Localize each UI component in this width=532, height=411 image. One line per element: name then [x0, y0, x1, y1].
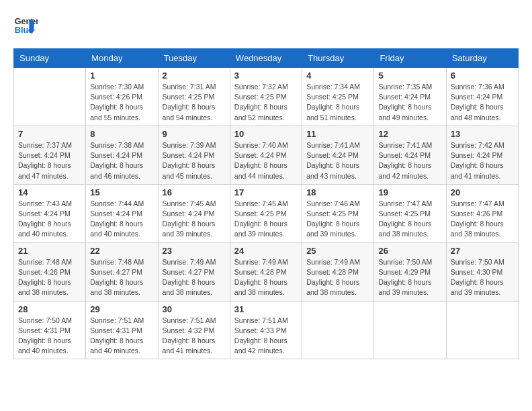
day-info: Sunrise: 7:50 AMSunset: 4:31 PMDaylight:… — [18, 316, 81, 357]
day-of-week-header: Saturday — [446, 49, 518, 68]
day-info: Sunrise: 7:42 AMSunset: 4:24 PMDaylight:… — [451, 140, 514, 181]
calendar-day-cell: 30Sunrise: 7:51 AMSunset: 4:32 PMDayligh… — [158, 301, 230, 359]
calendar-day-cell: 13Sunrise: 7:42 AMSunset: 4:24 PMDayligh… — [446, 126, 518, 184]
calendar-day-cell — [374, 301, 446, 359]
day-of-week-header: Wednesday — [230, 49, 302, 68]
day-info: Sunrise: 7:48 AMSunset: 4:27 PMDaylight:… — [90, 257, 153, 298]
day-number: 30 — [163, 304, 226, 314]
calendar-day-cell: 22Sunrise: 7:48 AMSunset: 4:27 PMDayligh… — [86, 242, 158, 301]
calendar-week-row: 7Sunrise: 7:37 AMSunset: 4:24 PMDaylight… — [14, 126, 519, 184]
logo: General Blue — [13, 13, 38, 38]
day-number: 15 — [90, 187, 153, 197]
day-info: Sunrise: 7:47 AMSunset: 4:25 PMDaylight:… — [378, 199, 441, 240]
day-info: Sunrise: 7:51 AMSunset: 4:31 PMDaylight:… — [90, 316, 153, 357]
calendar-day-cell: 20Sunrise: 7:47 AMSunset: 4:26 PMDayligh… — [446, 184, 518, 242]
calendar-week-row: 14Sunrise: 7:43 AMSunset: 4:24 PMDayligh… — [14, 184, 519, 242]
day-number: 21 — [18, 246, 81, 256]
day-info: Sunrise: 7:41 AMSunset: 4:24 PMDaylight:… — [378, 140, 441, 181]
calendar-day-cell: 11Sunrise: 7:41 AMSunset: 4:24 PMDayligh… — [302, 126, 374, 184]
day-number: 18 — [306, 187, 369, 197]
day-number: 4 — [306, 71, 369, 81]
day-info: Sunrise: 7:36 AMSunset: 4:24 PMDaylight:… — [451, 82, 514, 123]
day-number: 23 — [163, 246, 226, 256]
calendar-day-cell: 25Sunrise: 7:49 AMSunset: 4:28 PMDayligh… — [302, 242, 374, 301]
calendar-day-cell: 23Sunrise: 7:49 AMSunset: 4:27 PMDayligh… — [158, 242, 230, 301]
calendar-day-cell: 12Sunrise: 7:41 AMSunset: 4:24 PMDayligh… — [374, 126, 446, 184]
calendar-day-cell: 17Sunrise: 7:45 AMSunset: 4:25 PMDayligh… — [230, 184, 302, 242]
day-info: Sunrise: 7:38 AMSunset: 4:24 PMDaylight:… — [90, 140, 153, 181]
calendar-day-cell: 1Sunrise: 7:30 AMSunset: 4:26 PMDaylight… — [86, 68, 158, 126]
day-info: Sunrise: 7:32 AMSunset: 4:25 PMDaylight:… — [234, 82, 298, 123]
day-info: Sunrise: 7:50 AMSunset: 4:30 PMDaylight:… — [451, 257, 514, 298]
calendar-day-cell — [302, 301, 374, 359]
day-number: 28 — [18, 304, 81, 314]
day-info: Sunrise: 7:43 AMSunset: 4:24 PMDaylight:… — [18, 199, 81, 240]
day-info: Sunrise: 7:30 AMSunset: 4:26 PMDaylight:… — [90, 82, 153, 123]
day-number: 1 — [90, 71, 153, 81]
calendar-day-cell — [446, 301, 518, 359]
calendar-day-cell: 29Sunrise: 7:51 AMSunset: 4:31 PMDayligh… — [86, 301, 158, 359]
day-info: Sunrise: 7:51 AMSunset: 4:33 PMDaylight:… — [234, 316, 298, 357]
day-info: Sunrise: 7:47 AMSunset: 4:26 PMDaylight:… — [451, 199, 514, 240]
day-number: 29 — [90, 304, 153, 314]
day-of-week-header: Tuesday — [158, 49, 230, 68]
day-info: Sunrise: 7:35 AMSunset: 4:24 PMDaylight:… — [378, 82, 441, 123]
day-number: 24 — [234, 246, 298, 256]
day-number: 11 — [306, 129, 369, 139]
calendar-day-cell: 21Sunrise: 7:48 AMSunset: 4:26 PMDayligh… — [14, 242, 86, 301]
calendar-day-cell: 8Sunrise: 7:38 AMSunset: 4:24 PMDaylight… — [86, 126, 158, 184]
calendar-day-cell: 5Sunrise: 7:35 AMSunset: 4:24 PMDaylight… — [374, 68, 446, 126]
day-info: Sunrise: 7:51 AMSunset: 4:32 PMDaylight:… — [163, 316, 226, 357]
calendar-table: SundayMondayTuesdayWednesdayThursdayFrid… — [13, 48, 519, 359]
day-info: Sunrise: 7:37 AMSunset: 4:24 PMDaylight:… — [18, 140, 81, 181]
day-info: Sunrise: 7:44 AMSunset: 4:24 PMDaylight:… — [90, 199, 153, 240]
day-info: Sunrise: 7:48 AMSunset: 4:26 PMDaylight:… — [18, 257, 81, 298]
calendar-day-cell: 19Sunrise: 7:47 AMSunset: 4:25 PMDayligh… — [374, 184, 446, 242]
day-number: 20 — [451, 187, 514, 197]
calendar-day-cell: 26Sunrise: 7:50 AMSunset: 4:29 PMDayligh… — [374, 242, 446, 301]
day-of-week-header: Sunday — [14, 49, 86, 68]
calendar-day-cell: 7Sunrise: 7:37 AMSunset: 4:24 PMDaylight… — [14, 126, 86, 184]
day-info: Sunrise: 7:40 AMSunset: 4:24 PMDaylight:… — [234, 140, 298, 181]
calendar-day-cell: 24Sunrise: 7:49 AMSunset: 4:28 PMDayligh… — [230, 242, 302, 301]
day-number: 19 — [378, 187, 441, 197]
calendar-week-row: 28Sunrise: 7:50 AMSunset: 4:31 PMDayligh… — [14, 301, 519, 359]
day-number: 25 — [306, 246, 369, 256]
day-number: 17 — [234, 187, 298, 197]
day-info: Sunrise: 7:49 AMSunset: 4:28 PMDaylight:… — [234, 257, 298, 298]
day-number: 16 — [163, 187, 226, 197]
calendar-day-cell: 18Sunrise: 7:46 AMSunset: 4:25 PMDayligh… — [302, 184, 374, 242]
day-info: Sunrise: 7:31 AMSunset: 4:25 PMDaylight:… — [163, 82, 226, 123]
day-number: 14 — [18, 187, 81, 197]
calendar-day-cell: 14Sunrise: 7:43 AMSunset: 4:24 PMDayligh… — [14, 184, 86, 242]
calendar-header-row: SundayMondayTuesdayWednesdayThursdayFrid… — [14, 49, 519, 68]
day-number: 26 — [378, 246, 441, 256]
day-number: 2 — [163, 71, 226, 81]
day-number: 13 — [451, 129, 514, 139]
day-info: Sunrise: 7:46 AMSunset: 4:25 PMDaylight:… — [306, 199, 369, 240]
day-info: Sunrise: 7:49 AMSunset: 4:28 PMDaylight:… — [306, 257, 369, 298]
day-of-week-header: Thursday — [302, 49, 374, 68]
day-info: Sunrise: 7:50 AMSunset: 4:29 PMDaylight:… — [378, 257, 441, 298]
day-number: 10 — [234, 129, 298, 139]
calendar-week-row: 1Sunrise: 7:30 AMSunset: 4:26 PMDaylight… — [14, 68, 519, 126]
day-info: Sunrise: 7:45 AMSunset: 4:24 PMDaylight:… — [163, 199, 226, 240]
day-number: 6 — [451, 71, 514, 81]
day-number: 7 — [18, 129, 81, 139]
day-number: 27 — [451, 246, 514, 256]
day-info: Sunrise: 7:49 AMSunset: 4:27 PMDaylight:… — [163, 257, 226, 298]
day-info: Sunrise: 7:34 AMSunset: 4:25 PMDaylight:… — [306, 82, 369, 123]
calendar-day-cell: 4Sunrise: 7:34 AMSunset: 4:25 PMDaylight… — [302, 68, 374, 126]
day-number: 9 — [163, 129, 226, 139]
logo-icon: General Blue — [13, 13, 38, 38]
day-number: 3 — [234, 71, 298, 81]
day-of-week-header: Monday — [86, 49, 158, 68]
day-number: 31 — [234, 304, 298, 314]
calendar-day-cell: 10Sunrise: 7:40 AMSunset: 4:24 PMDayligh… — [230, 126, 302, 184]
day-number: 12 — [378, 129, 441, 139]
day-number: 5 — [378, 71, 441, 81]
day-of-week-header: Friday — [374, 49, 446, 68]
calendar-day-cell: 31Sunrise: 7:51 AMSunset: 4:33 PMDayligh… — [230, 301, 302, 359]
calendar-day-cell: 28Sunrise: 7:50 AMSunset: 4:31 PMDayligh… — [14, 301, 86, 359]
calendar-day-cell: 9Sunrise: 7:39 AMSunset: 4:24 PMDaylight… — [158, 126, 230, 184]
